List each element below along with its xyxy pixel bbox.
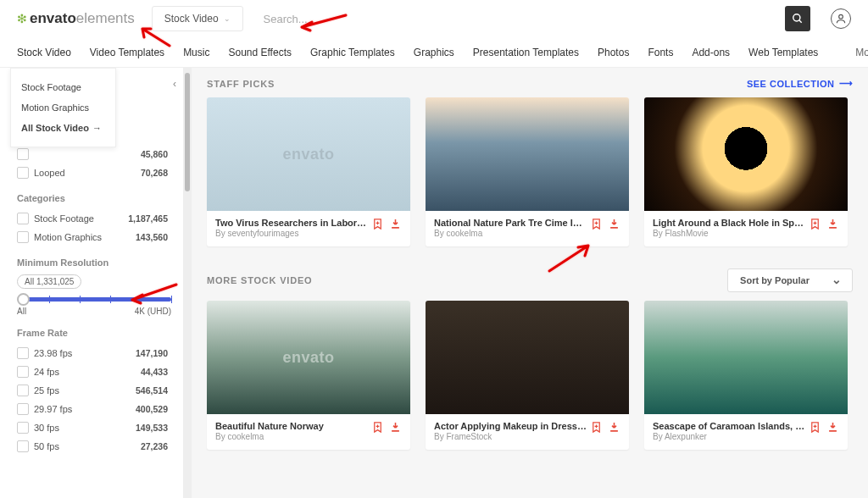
checkbox-icon xyxy=(17,366,29,378)
arrow-right-icon: → xyxy=(92,123,102,133)
video-title: Beautiful Nature Norway xyxy=(215,421,368,431)
dropdown-motion-graphics[interactable]: Motion Graphics xyxy=(11,97,115,118)
bookmark-icon[interactable] xyxy=(590,421,603,434)
download-icon[interactable] xyxy=(608,421,620,434)
checkbox-icon xyxy=(17,422,29,434)
video-card[interactable]: Actor Applying Makeup in Dressing …By Fr… xyxy=(426,301,629,450)
nav-more-categories[interactable]: More Categories xyxy=(855,47,868,58)
filter-row[interactable]: 30 fps149,533 xyxy=(17,419,183,436)
nav-presentation-templates[interactable]: Presentation Templates xyxy=(473,47,579,58)
filter-count: 1,187,465 xyxy=(128,213,168,224)
scrollbar-thumb[interactable] xyxy=(185,73,190,191)
category-selector-label: Stock Video xyxy=(164,13,219,25)
video-title: Two Virus Researchers in Laboratory xyxy=(215,218,368,228)
checkbox-icon xyxy=(17,213,29,224)
collapse-sidebar-button[interactable]: ‹ xyxy=(173,78,176,90)
filter-row[interactable]: Stock Footage1,187,465 xyxy=(17,210,183,227)
nav-sound-effects[interactable]: Sound Effects xyxy=(228,47,292,58)
download-icon[interactable] xyxy=(608,218,620,230)
dropdown-stock-footage[interactable]: Stock Footage xyxy=(11,77,115,97)
annotation-arrow-icon xyxy=(297,12,348,36)
resolution-heading: Minimum Resolution xyxy=(17,257,183,268)
account-avatar[interactable] xyxy=(831,8,851,29)
filter-row[interactable]: 45,860 xyxy=(17,146,183,163)
video-thumbnail[interactable]: envato xyxy=(207,97,410,211)
leaf-icon: ❇ xyxy=(17,12,27,25)
checkbox-icon xyxy=(17,385,29,396)
filter-count: 45,860 xyxy=(141,149,168,159)
bookmark-icon[interactable] xyxy=(809,218,821,230)
video-card[interactable]: National Nature Park Tre Cime In th…By c… xyxy=(426,97,629,246)
nav-graphics[interactable]: Graphics xyxy=(414,47,454,58)
filter-row[interactable]: 23.98 fps147,190 xyxy=(17,345,183,362)
video-card[interactable]: envato Two Virus Researchers in Laborato… xyxy=(207,97,410,246)
checkbox-icon xyxy=(17,231,29,243)
more-stock-title: MORE STOCK VIDEO xyxy=(207,275,312,285)
filter-row[interactable]: 50 fps27,236 xyxy=(17,438,183,455)
download-icon[interactable] xyxy=(826,421,839,434)
see-collection-link[interactable]: SEE COLLECTION⟶ xyxy=(747,78,853,89)
video-thumbnail[interactable] xyxy=(426,97,629,211)
video-thumbnail[interactable] xyxy=(426,301,629,414)
sort-dropdown[interactable]: Sort by Popular xyxy=(727,268,853,292)
filter-row[interactable]: Looped70,268 xyxy=(17,164,183,181)
staff-picks-title: STAFF PICKS xyxy=(207,79,275,89)
video-thumbnail[interactable] xyxy=(644,301,848,414)
filter-row[interactable]: 24 fps44,433 xyxy=(17,363,183,380)
nav-addons[interactable]: Add-ons xyxy=(692,47,730,58)
video-card[interactable]: Seascape of Caramoan Islands, Cam…By Ale… xyxy=(644,301,848,450)
filter-row[interactable]: Motion Graphics143,560 xyxy=(17,229,183,246)
filter-row[interactable]: 29.97 fps400,529 xyxy=(17,401,183,418)
framerate-heading: Frame Rate xyxy=(17,328,183,338)
video-author: By seventyfourimages xyxy=(215,229,368,238)
staff-picks-header: STAFF PICKS SEE COLLECTION⟶ xyxy=(207,78,853,89)
top-header: ❇ envatoelements Stock Video ⌄ xyxy=(0,0,868,37)
download-icon[interactable] xyxy=(389,421,402,434)
checkbox-icon xyxy=(17,148,29,160)
content-scrollbar[interactable] xyxy=(183,68,192,498)
video-thumbnail[interactable]: envato xyxy=(207,301,410,414)
categories-heading: Categories xyxy=(17,193,183,203)
more-stock-row: envato Beautiful Nature NorwayBy cookelm… xyxy=(207,301,853,450)
dropdown-all-stock-video[interactable]: All Stock Video→ xyxy=(11,118,115,138)
filter-row[interactable]: 25 fps546,514 xyxy=(17,382,183,399)
filter-label: Stock Footage xyxy=(34,213,128,224)
annotation-arrow-icon xyxy=(542,241,593,278)
slider-thumb-icon[interactable] xyxy=(17,293,30,306)
filter-label: Looped xyxy=(34,168,141,178)
search-button[interactable] xyxy=(785,6,810,31)
bookmark-icon[interactable] xyxy=(371,421,384,434)
checkbox-icon xyxy=(17,347,29,359)
results-panel: STAFF PICKS SEE COLLECTION⟶ envato Two V… xyxy=(183,68,868,498)
checkbox-icon xyxy=(17,167,29,179)
video-card[interactable]: envato Beautiful Nature NorwayBy cookelm… xyxy=(207,301,410,450)
nav-graphic-templates[interactable]: Graphic Templates xyxy=(310,47,395,58)
download-icon[interactable] xyxy=(389,218,402,230)
nav-music[interactable]: Music xyxy=(183,47,209,58)
nav-photos[interactable]: Photos xyxy=(598,47,629,58)
video-title: Light Around a Black Hole in Space … xyxy=(653,218,805,228)
bookmark-icon[interactable] xyxy=(809,421,821,434)
bookmark-icon[interactable] xyxy=(371,218,384,230)
video-card[interactable]: Light Around a Black Hole in Space …By F… xyxy=(644,97,848,246)
nav-stock-video[interactable]: Stock Video xyxy=(17,47,71,58)
nav-web-templates[interactable]: Web Templates xyxy=(748,47,818,58)
annotation-arrow-icon xyxy=(127,281,178,308)
video-thumbnail[interactable] xyxy=(644,97,848,211)
user-icon xyxy=(835,13,847,25)
filter-count: 70,268 xyxy=(141,168,168,178)
bookmark-icon[interactable] xyxy=(590,218,603,230)
svg-line-1 xyxy=(799,20,802,23)
video-title: Actor Applying Makeup in Dressing … xyxy=(434,421,587,431)
video-author: By FlashMovie xyxy=(653,229,805,238)
category-navbar: Stock Video Video Templates Music Sound … xyxy=(0,37,868,68)
download-icon[interactable] xyxy=(826,218,839,230)
video-title: Seascape of Caramoan Islands, Cam… xyxy=(653,421,805,431)
brand-logo[interactable]: ❇ envatoelements xyxy=(17,10,135,27)
chevron-down-icon: ⌄ xyxy=(224,14,231,23)
svg-point-2 xyxy=(839,14,843,19)
brand-strong: envato xyxy=(30,10,76,27)
nav-fonts[interactable]: Fonts xyxy=(648,47,673,58)
video-author: By Alexpunker xyxy=(653,432,805,441)
search-icon xyxy=(792,13,804,25)
